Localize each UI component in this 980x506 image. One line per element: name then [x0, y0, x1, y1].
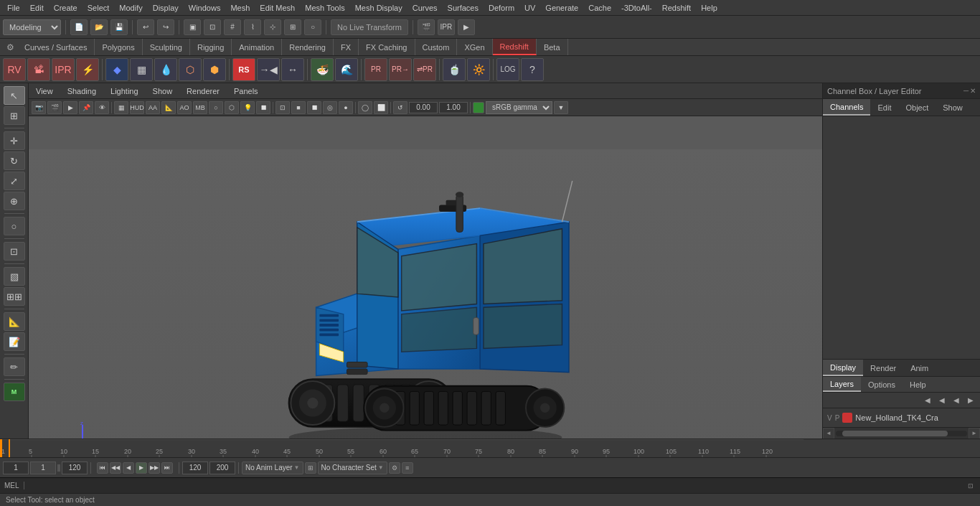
- frame-max-input[interactable]: [209, 462, 235, 474]
- menu-modify[interactable]: Modify: [115, 2, 146, 14]
- le-tool-2[interactable]: ◀: [936, 395, 948, 406]
- le-tool-4[interactable]: ▶: [964, 395, 977, 406]
- undo-btn[interactable]: ↩: [137, 19, 154, 35]
- playback-step-forward[interactable]: ▶▶: [149, 462, 160, 474]
- vp-cam-btn[interactable]: 📷: [32, 101, 46, 114]
- le-subtab-options[interactable]: Options: [861, 377, 903, 392]
- vp-gamma-arrow[interactable]: ▼: [554, 101, 568, 114]
- vp-solid-btn[interactable]: ■: [291, 101, 306, 114]
- rs-icon-19[interactable]: 🔆: [467, 58, 490, 81]
- show-manip-btn[interactable]: ⊡: [4, 242, 25, 261]
- vp-menu-renderer[interactable]: Renderer: [182, 85, 224, 97]
- shelf-tab-polygons[interactable]: Polygons: [95, 39, 142, 55]
- menu-edit-mesh[interactable]: Edit Mesh: [255, 2, 299, 14]
- frame-end-input[interactable]: [182, 462, 208, 474]
- vp-isolate-btn[interactable]: ◯: [358, 101, 372, 114]
- snap-live-btn[interactable]: ○: [304, 19, 321, 35]
- snap-point-btn[interactable]: ⊹: [264, 19, 281, 35]
- vp-vis-btn[interactable]: 👁: [95, 101, 109, 114]
- vp-lighting-btn[interactable]: 💡: [240, 101, 255, 114]
- vp-shadow-btn[interactable]: 🔲: [256, 101, 270, 114]
- grease-pencil-btn[interactable]: ✏: [4, 357, 25, 376]
- menu-edit[interactable]: Edit: [26, 2, 48, 14]
- rs-icon-15[interactable]: PR: [364, 58, 387, 81]
- vp-film-btn[interactable]: 🎬: [47, 101, 62, 114]
- vp-menu-panels[interactable]: Panels: [230, 85, 263, 97]
- vp-tex-btn[interactable]: 🔲: [307, 101, 321, 114]
- shelf-tab-rigging[interactable]: Rigging: [190, 39, 232, 55]
- rs-icon-8[interactable]: ⬡: [179, 58, 202, 81]
- le-tab-render[interactable]: Render: [863, 360, 903, 376]
- shelf-tab-fx-caching[interactable]: FX Caching: [359, 39, 415, 55]
- vp-menu-view[interactable]: View: [32, 85, 57, 97]
- mode-dropdown[interactable]: Modeling Rigging Animation FX Rendering: [3, 19, 61, 35]
- menu-deform[interactable]: Deform: [484, 2, 519, 14]
- ipr-btn[interactable]: IPR: [438, 19, 455, 35]
- menu-mesh-tools[interactable]: Mesh Tools: [301, 2, 349, 14]
- shelf-tab-custom[interactable]: Custom: [415, 39, 458, 55]
- redo-btn[interactable]: ↪: [157, 19, 174, 35]
- menu-surfaces[interactable]: Surfaces: [443, 2, 483, 14]
- select-mode-btn[interactable]: ▣: [184, 19, 201, 35]
- menu-windows[interactable]: Windows: [184, 2, 225, 14]
- menu-help[interactable]: Help: [697, 2, 722, 14]
- menu-generate[interactable]: Generate: [541, 2, 583, 14]
- le-tab-anim[interactable]: Anim: [903, 360, 936, 376]
- select-hier-btn[interactable]: ⊡: [204, 19, 221, 35]
- layer-scroll-right[interactable]: ►: [969, 428, 980, 439]
- le-subtab-help[interactable]: Help: [903, 377, 933, 392]
- le-subtab-layers[interactable]: Layers: [823, 377, 861, 392]
- shelf-tab-animation[interactable]: Animation: [232, 39, 282, 55]
- playback-back[interactable]: ◀: [123, 462, 134, 474]
- le-tool-3[interactable]: ◀: [950, 395, 963, 406]
- char-set-btn-3[interactable]: ≡: [402, 462, 413, 474]
- open-file-btn[interactable]: 📂: [90, 19, 108, 35]
- snap-view-btn[interactable]: ⊞: [284, 19, 301, 35]
- paint-select-btn[interactable]: ⊞: [4, 106, 25, 125]
- universal-manip-btn[interactable]: ⊕: [4, 192, 25, 210]
- playback-forward[interactable]: ▶: [136, 462, 147, 474]
- rs-icon-18[interactable]: 🍵: [443, 58, 466, 81]
- snap-together-btn[interactable]: ⊞⊞: [4, 287, 25, 306]
- scale-tool-btn[interactable]: ⤢: [4, 172, 25, 190]
- le-tool-1[interactable]: ◀: [921, 395, 934, 406]
- playback-step-back[interactable]: ◀◀: [110, 462, 121, 474]
- shelf-tab-fx[interactable]: FX: [334, 39, 359, 55]
- rs-icon-13[interactable]: 🍜: [311, 58, 334, 81]
- menu-create[interactable]: Create: [50, 2, 82, 14]
- save-file-btn[interactable]: 💾: [110, 19, 128, 35]
- menu-mesh-display[interactable]: Mesh Display: [351, 2, 407, 14]
- shelf-tab-redshift[interactable]: Redshift: [493, 39, 537, 55]
- command-input[interactable]: [27, 482, 963, 489]
- vp-transform-reset-btn[interactable]: ↺: [393, 101, 407, 114]
- vp-transform-val1[interactable]: [409, 102, 438, 113]
- new-file-btn[interactable]: 📄: [70, 19, 88, 35]
- vp-mo-btn[interactable]: MB: [193, 101, 207, 114]
- render-settings-btn[interactable]: 🎬: [418, 19, 435, 35]
- measure-tool-btn[interactable]: 📐: [4, 312, 25, 331]
- vp-menu-shading[interactable]: Shading: [63, 85, 100, 97]
- shelf-tab-rendering[interactable]: Rendering: [282, 39, 334, 55]
- rs-icon-9[interactable]: ⬢: [203, 58, 226, 81]
- ch-tab-show[interactable]: Show: [936, 99, 970, 116]
- rs-icon-5[interactable]: ◆: [105, 58, 128, 81]
- maya-logo-btn[interactable]: M: [4, 383, 25, 401]
- rs-icon-21[interactable]: ?: [521, 58, 544, 81]
- rs-icon-12[interactable]: ↔: [281, 58, 304, 81]
- panel-min-btn[interactable]: ─: [963, 87, 969, 95]
- annotation-btn[interactable]: 📝: [4, 332, 25, 351]
- rs-icon-7[interactable]: 💧: [154, 58, 177, 81]
- rs-icon-11[interactable]: →◀: [257, 58, 280, 81]
- menu-cache[interactable]: Cache: [584, 2, 616, 14]
- vp-gamma-dropdown[interactable]: sRGB gamma Linear Log: [486, 101, 552, 114]
- timeline-area[interactable]: 1 5 10 15 20 25 30 35 40: [0, 439, 980, 457]
- rs-icon-rs4[interactable]: ⚡: [76, 58, 99, 81]
- viewport-canvas[interactable]: NEW HOLLAND: [29, 149, 822, 439]
- current-frame-input[interactable]: [30, 462, 56, 474]
- vp-menu-lighting[interactable]: Lighting: [106, 85, 143, 97]
- rs-icon-ipr2[interactable]: IPR: [52, 58, 75, 81]
- vp-res-btn[interactable]: 📐: [161, 101, 176, 114]
- rs-icon-6[interactable]: ▦: [130, 58, 153, 81]
- rs-icon-14[interactable]: 🌊: [335, 58, 358, 81]
- rs-icon-ipr[interactable]: 📽: [27, 58, 50, 81]
